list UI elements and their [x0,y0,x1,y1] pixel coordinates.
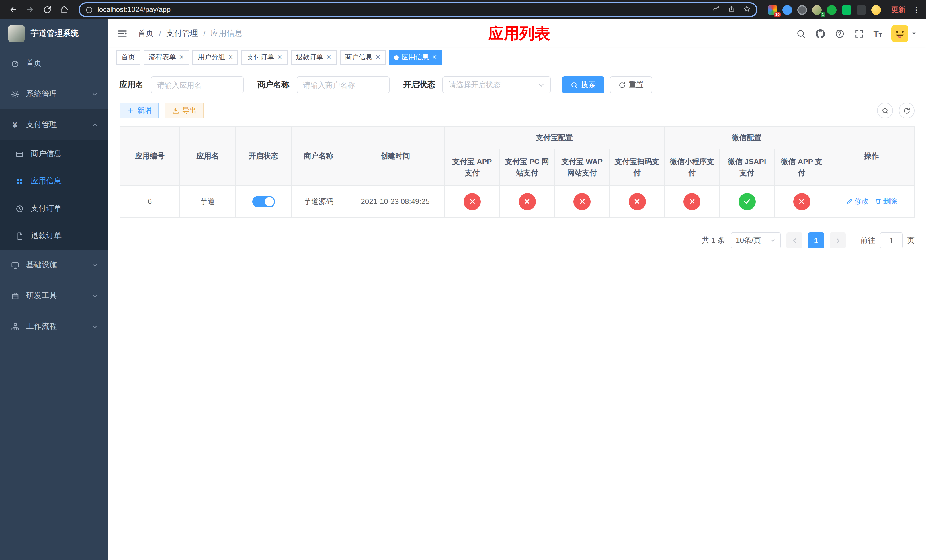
chevron-down-icon [92,91,98,97]
chrome-menu-icon[interactable]: ⋮ [912,5,920,14]
tab-refund-orders[interactable]: 退款订单 ✕ [291,50,336,65]
tab-process-form[interactable]: 流程表单 ✕ [144,50,189,65]
sidebar: 芋道管理系统 首页 系统管理 ¥ 支付管理 [0,20,108,560]
tab-app-info[interactable]: 应用信息 ✕ [389,50,442,65]
reload-button[interactable] [40,2,54,17]
password-key-icon[interactable] [713,5,720,14]
cell-app-id: 6 [120,185,180,217]
extension-wechat-icon[interactable] [842,5,851,15]
extension-drop-icon[interactable] [782,5,792,15]
tab-pay-orders[interactable]: 支付订单 ✕ [242,50,287,65]
forward-button[interactable] [23,2,38,17]
sidebar-logo: 芋道管理系统 [0,20,108,48]
collapse-sidebar-icon[interactable] [117,28,129,39]
current-page-button[interactable]: 1 [808,232,824,248]
page-content: 应用名 商户名称 开启状态 请选择开启状态 搜索 重置 [108,67,926,560]
sidebar-item-pay-orders[interactable]: 支付订单 [0,195,108,222]
browser-chrome: localhost:1024/pay/app 10 1 [0,0,926,20]
github-icon[interactable] [815,29,826,39]
cell-status [236,185,291,217]
cell-app-name: 芋道 [180,185,236,217]
reset-button[interactable]: 重置 [610,76,652,94]
edit-link[interactable]: 修改 [846,197,869,206]
pagination: 共 1 条 10条/页 1 前往 页 [120,232,915,248]
fullscreen-icon[interactable] [854,29,864,39]
sidebar-item-payment[interactable]: ¥ 支付管理 [0,109,108,140]
sidebar-item-workflow[interactable]: 工作流程 [0,311,108,342]
tab-home[interactable]: 首页 [116,50,140,65]
font-size-icon[interactable]: TT [873,29,882,38]
col-header-alipay-qr: 支付宝扫码支付 [610,149,664,185]
page-size-select[interactable]: 10条/页 [731,232,781,248]
status-toggle[interactable] [252,196,275,207]
goto-label: 前往 [861,235,875,245]
sidebar-item-system[interactable]: 系统管理 [0,79,108,109]
logo-image [8,25,25,42]
gear-icon [10,89,20,98]
user-menu[interactable] [891,25,917,42]
dashboard-icon [10,59,20,68]
tab-user-group[interactable]: 用户分组 ✕ [192,50,238,65]
delete-link[interactable]: 删除 [875,197,897,206]
col-header-status: 开启状态 [236,127,291,185]
download-icon [172,107,179,114]
help-icon[interactable] [835,29,845,39]
search-icon[interactable] [796,29,806,39]
col-header-actions: 操作 [829,127,914,185]
sidebar-item-infrastructure[interactable]: 基础设施 [0,250,108,280]
status-label: 开启状态 [403,80,435,90]
browser-window: localhost:1024/pay/app 10 1 [0,0,926,560]
chevron-down-icon [911,31,917,36]
back-button[interactable] [6,2,21,17]
export-button[interactable]: 导出 [165,103,204,118]
grid-icon [15,177,24,186]
cell-actions: 修改 删除 [829,185,914,217]
tab-close-icon[interactable]: ✕ [277,54,282,61]
goto-page-input[interactable] [880,232,903,248]
col-header-alipay-pc: 支付宝 PC 网站支付 [500,149,554,185]
col-header-id: 应用编号 [120,127,180,185]
extension-dark-icon[interactable] [797,5,807,15]
tab-close-icon[interactable]: ✕ [432,54,437,61]
merchant-name-input[interactable] [297,76,390,94]
breadcrumb-home[interactable]: 首页 [138,29,154,39]
sidebar-item-app-info[interactable]: 应用信息 [0,168,108,195]
status-select[interactable]: 请选择开启状态 [442,76,551,94]
extension-puzzle-icon[interactable] [856,5,866,15]
col-header-alipay-app: 支付宝 APP 支付 [445,149,500,185]
site-info-icon[interactable] [85,6,93,14]
tab-close-icon[interactable]: ✕ [375,54,380,61]
sidebar-item-dev-tools[interactable]: 研发工具 [0,280,108,311]
tab-close-icon[interactable]: ✕ [228,54,233,61]
col-header-created: 创建时间 [346,127,445,185]
extension-apps-icon[interactable]: 10 [768,5,777,15]
plus-icon [127,107,135,114]
bookmark-star-icon[interactable] [743,5,750,14]
tab-merchant-info[interactable]: 商户信息 ✕ [340,50,386,65]
table-toolbar: 新增 导出 [120,103,915,118]
breadcrumb-payment[interactable]: 支付管理 [166,29,198,39]
home-button[interactable] [57,2,72,17]
status-x-icon [519,193,536,210]
search-button[interactable]: 搜索 [562,76,604,94]
refresh-table-button[interactable] [899,103,915,118]
tab-close-icon[interactable]: ✕ [326,54,331,61]
add-button[interactable]: 新增 [120,103,159,118]
next-page-button[interactable] [830,232,846,248]
chevron-right-icon [835,237,841,244]
prev-page-button[interactable] [787,232,802,248]
search-icon [881,107,889,114]
chrome-update-button[interactable]: 更新 [887,5,910,15]
extension-green-circle-icon[interactable] [827,5,837,15]
extension-avatar-icon[interactable]: 1 [812,5,822,15]
extension-emoji-icon[interactable] [872,5,881,15]
tab-close-icon[interactable]: ✕ [179,54,184,61]
app-name-input[interactable] [151,76,244,94]
sidebar-item-home[interactable]: 首页 [0,48,108,79]
url-bar[interactable]: localhost:1024/pay/app [79,2,757,17]
url-text[interactable]: localhost:1024/pay/app [97,6,171,14]
toggle-search-button[interactable] [877,103,893,118]
sidebar-item-merchant-info[interactable]: 商户信息 [0,140,108,168]
sidebar-item-refund-orders[interactable]: 退款订单 [0,222,108,250]
share-icon[interactable] [728,5,735,14]
